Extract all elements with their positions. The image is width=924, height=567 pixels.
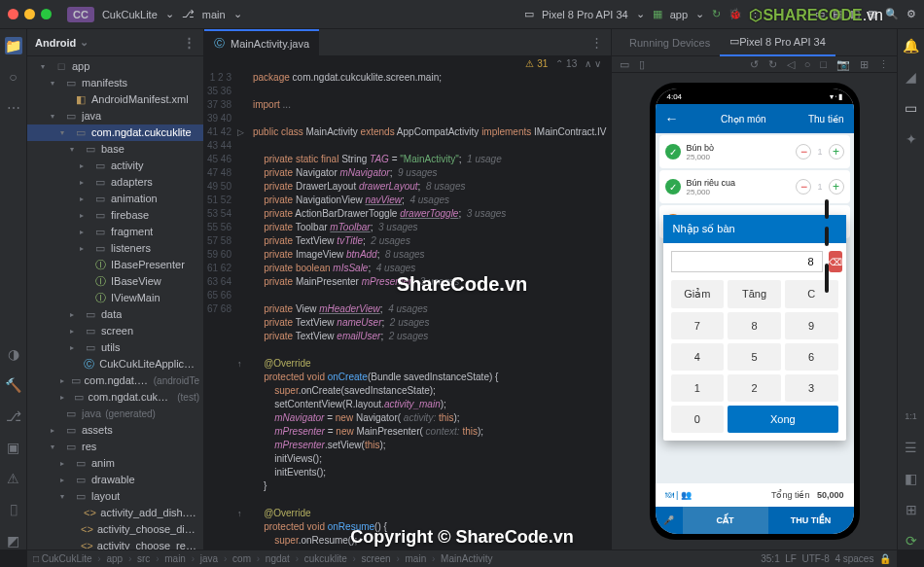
- home-icon[interactable]: ○: [804, 58, 811, 70]
- tree-item[interactable]: ▸▭drawable: [27, 472, 203, 488]
- table-number-input[interactable]: [671, 251, 823, 272]
- tree-item[interactable]: ▾▭com.ngdat.cukcuklite: [27, 124, 203, 141]
- project-name[interactable]: CukCukLite: [102, 9, 158, 20]
- gradle-icon[interactable]: ◢: [903, 68, 920, 86]
- tree-item[interactable]: ▾▭res: [27, 439, 203, 455]
- device-selector[interactable]: Pixel 8 Pro API 34: [542, 9, 628, 20]
- rotate-icon[interactable]: ↺: [750, 58, 759, 71]
- check-icon[interactable]: ✓: [665, 179, 681, 195]
- keypad-key[interactable]: 3: [785, 374, 838, 402]
- project-icon[interactable]: 📁: [5, 37, 22, 54]
- device-manager-icon[interactable]: ✦: [903, 130, 920, 148]
- keypad-key[interactable]: 0: [671, 406, 725, 433]
- window-controls[interactable]: [8, 9, 52, 19]
- line-ending[interactable]: LF: [785, 553, 797, 564]
- keypad-key[interactable]: 7: [671, 312, 725, 339]
- keypad-key[interactable]: Tăng: [728, 280, 781, 308]
- tree-item[interactable]: ▸▭anim: [27, 455, 203, 472]
- logcat-icon[interactable]: ◩: [5, 532, 22, 549]
- sync-icon[interactable]: ⟳: [903, 532, 920, 549]
- tool-icon[interactable]: ▭: [815, 8, 825, 20]
- tree-item[interactable]: <>activity_choose_restaurant_typ: [27, 538, 203, 549]
- minimize-icon[interactable]: [24, 9, 35, 19]
- appbar-action[interactable]: Thu tiền: [808, 114, 844, 124]
- problems-icon[interactable]: ⚠: [5, 470, 22, 487]
- running-devices-tab[interactable]: Running Devices: [620, 37, 720, 49]
- dish-row[interactable]: ✓Bún bò25,000−1+: [659, 135, 850, 168]
- tree-item[interactable]: ▸▭utils: [27, 339, 203, 356]
- commit-icon[interactable]: ○: [5, 68, 22, 86]
- snapshot-icon[interactable]: ⊞: [860, 58, 869, 71]
- volume-down-button[interactable]: [825, 227, 829, 246]
- cursor-pos[interactable]: 35:1: [761, 553, 779, 564]
- power-button[interactable]: [825, 264, 829, 293]
- close-icon[interactable]: [8, 9, 18, 19]
- tree-header[interactable]: Android ⌄ ⋮: [27, 29, 203, 56]
- save-button[interactable]: CẤT: [683, 507, 768, 534]
- editor-inspection-bar[interactable]: ⚠ 31 ⌃ 13 ∧ ∨: [204, 56, 611, 71]
- tree-item[interactable]: <>activity_choose_dish_default.x: [27, 521, 203, 538]
- mic-button[interactable]: 🎤: [656, 507, 683, 534]
- tree-item[interactable]: ▸▭listeners: [27, 240, 203, 257]
- chevron-down-icon[interactable]: ⌄: [695, 8, 704, 20]
- device-tab[interactable]: ▭ Pixel 8 Pro API 34: [720, 29, 835, 56]
- tree-item[interactable]: ▾▭layout: [27, 488, 203, 505]
- notifications-icon[interactable]: 🔔: [903, 37, 920, 54]
- run-config-icon[interactable]: ▦: [653, 8, 662, 20]
- db-icon[interactable]: ☰: [903, 439, 920, 456]
- rotate-icon[interactable]: ↻: [768, 58, 777, 71]
- tree-item[interactable]: ▾▭java: [27, 108, 203, 124]
- keypad-key[interactable]: 2: [728, 374, 781, 402]
- code-area[interactable]: package com.ngdat.cukcuklite.screen.main…: [253, 71, 611, 549]
- camera-icon[interactable]: 📷: [836, 58, 850, 71]
- tree-item[interactable]: ▾□app: [27, 58, 203, 75]
- structure-icon[interactable]: ⋯: [5, 99, 22, 117]
- tab-more-icon[interactable]: ⋮: [583, 35, 611, 50]
- tree-item[interactable]: ▸▭com.ngdat.cukcuklite (androidTe: [27, 372, 203, 389]
- plus-button[interactable]: +: [829, 144, 844, 159]
- keypad-key[interactable]: 1: [671, 374, 725, 402]
- chevron-down-icon[interactable]: ⌄: [636, 8, 645, 20]
- gutter[interactable]: 1 2 3 35 36 37 38 39 40 41 42 43 44 45 4…: [204, 71, 237, 549]
- table-icon[interactable]: 🍽 | 👥: [665, 490, 692, 500]
- minus-button[interactable]: −: [796, 144, 811, 159]
- tree-item[interactable]: ▾▭manifests: [27, 75, 203, 91]
- dish-row[interactable]: ✓Bún riêu cua25,000−1+: [659, 170, 850, 203]
- run-config[interactable]: app: [670, 9, 688, 20]
- done-button[interactable]: Xong: [728, 406, 837, 433]
- maximize-icon[interactable]: [41, 9, 52, 19]
- more-icon[interactable]: ⋮: [878, 58, 889, 71]
- backspace-button[interactable]: ⌫: [829, 251, 842, 272]
- tree-item[interactable]: ⒸCukCukLiteApplication: [27, 356, 203, 372]
- tree-item[interactable]: ⒾIBaseView: [27, 273, 203, 290]
- power-icon[interactable]: ▭: [620, 58, 629, 71]
- build-icon[interactable]: 🔨: [5, 376, 22, 394]
- search-icon[interactable]: 🔍: [885, 8, 899, 20]
- tree-item[interactable]: ⒾIBasePresenter: [27, 257, 203, 273]
- breadcrumb[interactable]: □ CukCukLite › app › src › main › java ›…: [33, 553, 492, 564]
- tree-item[interactable]: ▸▭screen: [27, 323, 203, 339]
- vcs-icon[interactable]: ⎇: [5, 408, 22, 425]
- tree-item[interactable]: ▸▭data: [27, 306, 203, 323]
- keypad-key[interactable]: 9: [785, 312, 838, 339]
- inspector-icon[interactable]: ⊞: [903, 501, 920, 518]
- emulator-icon[interactable]: ▭: [903, 99, 920, 117]
- tool-icon[interactable]: ▦: [868, 8, 877, 20]
- keypad-key[interactable]: C: [785, 280, 838, 308]
- more-icon[interactable]: ⋮: [750, 8, 761, 20]
- tool-icon[interactable]: ◧: [850, 8, 860, 20]
- indent[interactable]: 4 spaces: [835, 553, 873, 564]
- keypad-key[interactable]: 8: [728, 312, 781, 339]
- gear-icon[interactable]: ⚙: [906, 8, 916, 20]
- tree-item[interactable]: ▸▭fragment: [27, 224, 203, 240]
- chevron-down-icon[interactable]: ⌄: [233, 8, 242, 20]
- pay-button[interactable]: THU TIỀN: [768, 507, 854, 534]
- editor-tab[interactable]: Ⓒ MainActivity.java: [204, 29, 319, 56]
- tree-item[interactable]: <>activity_add_dish.xml: [27, 505, 203, 521]
- refresh-icon[interactable]: ↻: [712, 8, 721, 20]
- tree-item[interactable]: ▸▭activity: [27, 158, 203, 174]
- tree-item[interactable]: ▭java (generated): [27, 406, 203, 422]
- tree-settings-icon[interactable]: ⋮: [183, 35, 195, 50]
- gutter-icons[interactable]: ▷↑↑: [237, 71, 253, 549]
- chevron-down-icon[interactable]: ⌄: [80, 36, 89, 49]
